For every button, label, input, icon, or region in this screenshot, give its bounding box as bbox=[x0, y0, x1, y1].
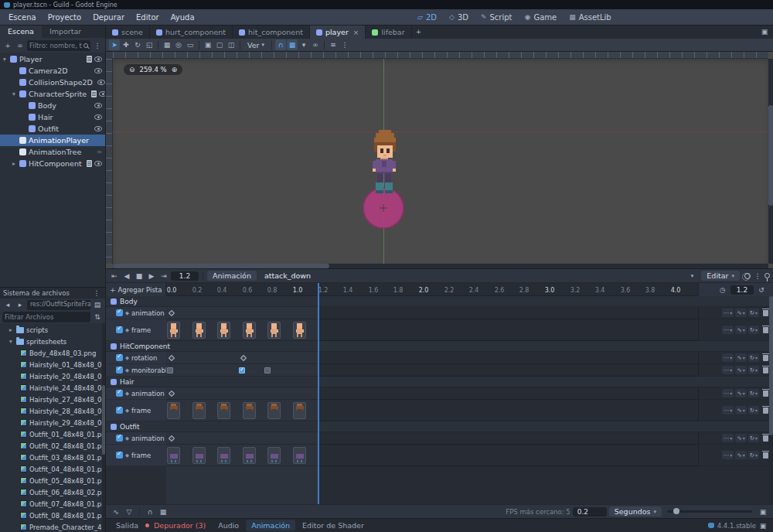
close-icon[interactable]: × bbox=[353, 29, 359, 36]
zoom-level[interactable]: 259.4 % bbox=[140, 66, 167, 73]
script-icon[interactable] bbox=[87, 160, 92, 167]
group-tracks-icon[interactable]: ▦ bbox=[158, 506, 169, 517]
frame-thumbnail[interactable] bbox=[267, 322, 281, 339]
update-mode-dropdown[interactable]: ⋯▾ bbox=[722, 451, 734, 459]
file-row[interactable]: Outfit_05_48x48_01.png bbox=[0, 475, 105, 486]
tab-player[interactable]: player× bbox=[310, 26, 366, 39]
tree-node-player[interactable]: ▾Player bbox=[0, 53, 105, 65]
timeline-snap-icon[interactable]: ◷ bbox=[717, 285, 728, 295]
interpolation-dropdown[interactable]: ∿▾ bbox=[735, 309, 746, 317]
interpolation-dropdown[interactable]: ∿▾ bbox=[735, 366, 746, 374]
smart-snap-button[interactable]: ∩ bbox=[275, 39, 286, 50]
folder-row[interactable]: ▸scripts bbox=[0, 324, 105, 336]
file-filter-input[interactable] bbox=[5, 313, 88, 321]
track-group-body[interactable]: Body bbox=[106, 296, 773, 307]
skip-to-end-button[interactable]: ⇥ bbox=[158, 271, 169, 281]
move-tool-button[interactable]: ✚ bbox=[121, 39, 131, 50]
visibility-eye-icon[interactable] bbox=[97, 80, 105, 85]
grid-snap-button[interactable]: ▦ bbox=[287, 39, 298, 50]
visibility-eye-icon[interactable] bbox=[99, 91, 105, 97]
delete-track-button[interactable] bbox=[763, 435, 768, 442]
zoom-in-icon[interactable]: ⊕ bbox=[172, 66, 178, 73]
snap-keys-icon[interactable]: ∩ bbox=[145, 506, 155, 517]
track-enabled-checkbox[interactable] bbox=[116, 367, 123, 373]
tree-node-charactersprite[interactable]: ▾CharacterSprite bbox=[0, 88, 105, 100]
update-mode-dropdown[interactable]: ⋯▾ bbox=[722, 434, 734, 442]
frame-thumbnail[interactable] bbox=[243, 447, 256, 464]
loop-wrap-dropdown[interactable]: ↻▾ bbox=[748, 434, 759, 442]
bottom-panel-salida[interactable]: Salida bbox=[111, 520, 144, 531]
track-group-hitcomponent[interactable]: HitComponent bbox=[106, 341, 773, 352]
sort-files-button[interactable]: ⇅ bbox=[92, 312, 103, 322]
keyframe[interactable] bbox=[169, 390, 175, 397]
frame-thumbnail[interactable] bbox=[192, 447, 206, 464]
nav-forward-button[interactable]: ▸ bbox=[15, 299, 26, 310]
menu-ayuda[interactable]: Ayuda bbox=[165, 12, 200, 23]
tree-node-animationtree[interactable]: AnimationTree≈ bbox=[0, 146, 105, 158]
interpolation-dropdown[interactable]: ∿▾ bbox=[735, 389, 746, 397]
ruler-tool-button[interactable]: ▭ bbox=[185, 39, 196, 50]
file-row[interactable]: Hairstyle_24_48x48_01.png bbox=[0, 382, 105, 394]
update-mode-dropdown[interactable]: ⋯▾ bbox=[722, 309, 734, 317]
loop-wrap-dropdown[interactable]: ↻▾ bbox=[748, 389, 759, 397]
viewport-2d[interactable]: ⊖ 259.4 % ⊕ bbox=[106, 52, 773, 268]
bottom-panel-depurador[interactable]: Depurador (3) bbox=[148, 520, 211, 531]
delete-track-button[interactable] bbox=[763, 408, 768, 414]
update-mode-dropdown[interactable]: ⋯▾ bbox=[722, 389, 734, 397]
visibility-eye-icon[interactable] bbox=[94, 114, 102, 120]
character-sprite[interactable] bbox=[365, 130, 404, 195]
workspace-game[interactable]: ◉Game bbox=[519, 12, 563, 23]
expand-bottom-panel-icon[interactable]: ▣ bbox=[758, 520, 768, 531]
file-row[interactable]: Hairstyle_29_48x48_04.png bbox=[0, 417, 105, 428]
file-row[interactable]: Premade_Character_48x4... bbox=[0, 521, 105, 532]
delete-track-button[interactable] bbox=[763, 452, 768, 459]
tree-node-camera2d[interactable]: Camera2D bbox=[0, 65, 105, 77]
tab-importar[interactable]: Importar bbox=[42, 26, 89, 38]
version-label[interactable]: 4.4.1.stable bbox=[717, 522, 756, 530]
canvas[interactable]: ⊖ 259.4 % ⊕ bbox=[113, 59, 768, 264]
interpolation-dropdown[interactable]: ∿▾ bbox=[735, 353, 746, 362]
keyframe[interactable] bbox=[169, 355, 175, 361]
file-row[interactable]: Hairstyle_27_48x48_01.png bbox=[0, 394, 105, 405]
tab-scene[interactable]: scene bbox=[106, 26, 150, 39]
onion-skinning-icon[interactable] bbox=[744, 273, 751, 279]
frame-thumbnail[interactable] bbox=[192, 322, 206, 339]
menu-proyecto[interactable]: Proyecto bbox=[43, 12, 87, 23]
group-node-button[interactable]: ◫ bbox=[226, 39, 237, 50]
delete-track-button[interactable] bbox=[763, 355, 768, 361]
animation-name-dropdown[interactable]: attack_down ▾ bbox=[258, 271, 700, 280]
file-row[interactable]: Outfit_07_48x48_01.png bbox=[0, 498, 105, 510]
delete-track-button[interactable] bbox=[763, 327, 768, 333]
track-enabled-checkbox[interactable] bbox=[116, 452, 123, 459]
frame-thumbnail[interactable] bbox=[167, 322, 180, 339]
bottom-panel-audio[interactable]: Audio bbox=[213, 520, 244, 531]
interpolation-dropdown[interactable]: ∿▾ bbox=[735, 406, 746, 414]
visibility-eye-icon[interactable] bbox=[94, 68, 102, 73]
script-icon[interactable] bbox=[91, 90, 97, 97]
frame-thumbnail[interactable] bbox=[217, 447, 230, 464]
tree-node-hitcomponent[interactable]: ▸HitComponent bbox=[0, 158, 105, 169]
collapse-icon[interactable]: ▾ bbox=[2, 56, 8, 63]
filesystem-scrollbar[interactable] bbox=[102, 323, 105, 532]
visibility-eye-icon[interactable] bbox=[94, 56, 102, 62]
track-enabled-checkbox[interactable] bbox=[116, 354, 123, 361]
viewport-hscrollbar[interactable] bbox=[113, 264, 768, 268]
tree-node-collisionshape2d[interactable]: CollisionShape2D bbox=[0, 77, 105, 88]
file-row[interactable]: Outfit_04_48x48_01.png bbox=[0, 463, 105, 475]
skip-to-start-button[interactable]: ⇤ bbox=[109, 271, 120, 281]
track-group-outfit[interactable]: Outfit bbox=[106, 421, 773, 432]
expand-viewport-icon[interactable]: ▣ bbox=[759, 26, 770, 37]
current-path[interactable]: res://OutfitSpriteFrames.tr bbox=[27, 300, 90, 310]
tree-node-animationplayer-selected[interactable]: AnimationPlayer bbox=[0, 135, 105, 146]
menu-editor[interactable]: Editor bbox=[131, 12, 165, 23]
animation-menu-button[interactable]: Animación bbox=[207, 271, 257, 281]
frame-thumbnail[interactable] bbox=[293, 402, 306, 419]
folder-row[interactable]: ▾spritesheets bbox=[0, 336, 105, 347]
track-group-hair[interactable]: Hair bbox=[106, 377, 773, 387]
file-row[interactable]: Outfit_01_48x48_01.png bbox=[0, 428, 105, 440]
bottom-panel-shader-editor[interactable]: Editor de Shader bbox=[297, 520, 369, 531]
scene-tree-menu-button[interactable]: ⋮ bbox=[92, 40, 103, 51]
delete-track-button[interactable] bbox=[763, 310, 768, 316]
file-row[interactable]: Outfit_02_48x48_01.png bbox=[0, 440, 105, 452]
frame-thumbnail[interactable] bbox=[293, 447, 306, 464]
